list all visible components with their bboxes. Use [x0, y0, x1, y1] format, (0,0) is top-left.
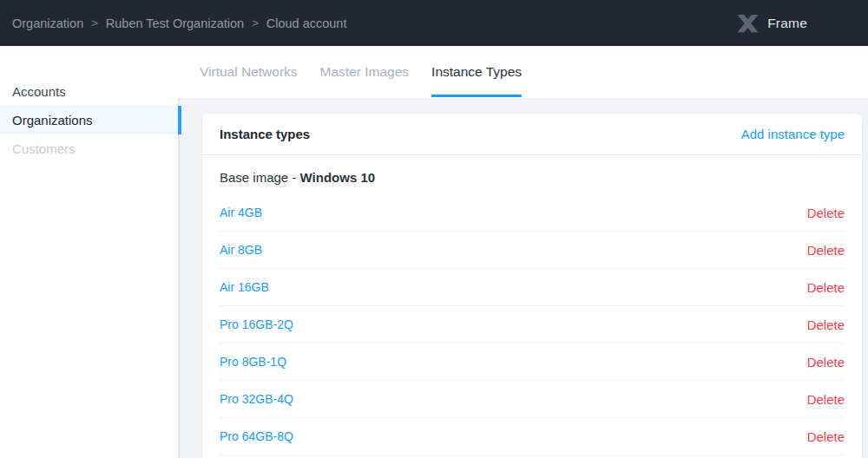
table-row: Pro 32GB-4Q Delete: [220, 381, 845, 418]
table-row: Air 8GB Delete: [220, 232, 845, 269]
table-row: Air 4GB Delete: [220, 194, 845, 232]
delete-button[interactable]: Delete: [807, 355, 845, 370]
base-image-prefix: Base image -: [220, 170, 300, 185]
breadcrumb-cloud-account[interactable]: Cloud account: [266, 16, 347, 30]
card-body: Base image - Windows 10 Air 4GB Delete A…: [202, 155, 862, 455]
table-row: Pro 64GB-8Q Delete: [220, 418, 845, 455]
sidebar-item-organizations[interactable]: Organizations: [0, 106, 178, 134]
instance-type-link[interactable]: Air 8GB: [220, 243, 262, 257]
tab-master-images[interactable]: Master Images: [320, 46, 410, 98]
delete-button[interactable]: Delete: [807, 243, 845, 258]
sidebar-item-accounts[interactable]: Accounts: [0, 77, 178, 106]
delete-button[interactable]: Delete: [807, 429, 845, 444]
base-image-heading: Base image - Windows 10: [220, 170, 845, 185]
instance-type-list: Air 4GB Delete Air 8GB Delete Air 16GB D…: [220, 194, 845, 455]
breadcrumb-separator: >: [91, 16, 98, 29]
table-row: Air 16GB Delete: [220, 269, 845, 306]
sidebar-item-customers[interactable]: Customers: [0, 134, 178, 163]
tab-instance-types[interactable]: Instance Types: [431, 46, 522, 98]
main-area: Virtual Networks Master Images Instance …: [178, 46, 868, 458]
app-header: Organization > Ruben Test Organization >…: [0, 0, 868, 46]
instance-type-link[interactable]: Air 16GB: [220, 280, 269, 294]
breadcrumb-ruben-test-organization[interactable]: Ruben Test Organization: [106, 16, 244, 30]
app-body: Accounts Organizations Customers Virtual…: [0, 46, 868, 458]
base-image-name: Windows 10: [300, 170, 376, 185]
content-area: Instance types Add instance type Base im…: [178, 98, 868, 458]
delete-button[interactable]: Delete: [807, 280, 845, 295]
table-row: Pro 8GB-1Q Delete: [220, 344, 845, 381]
breadcrumb: Organization > Ruben Test Organization >…: [12, 16, 346, 30]
brand-name: Frame: [767, 16, 807, 31]
breadcrumb-separator: >: [252, 16, 259, 29]
tab-virtual-networks[interactable]: Virtual Networks: [200, 46, 298, 98]
breadcrumb-organization[interactable]: Organization: [12, 16, 83, 30]
card-header: Instance types Add instance type: [202, 114, 862, 155]
delete-button[interactable]: Delete: [807, 392, 845, 407]
delete-button[interactable]: Delete: [807, 206, 845, 220]
instance-type-link[interactable]: Air 4GB: [220, 206, 262, 219]
sidebar: Accounts Organizations Customers: [0, 46, 178, 458]
instance-type-link[interactable]: Pro 16GB-2Q: [220, 317, 293, 331]
add-instance-type-link[interactable]: Add instance type: [741, 127, 845, 141]
tab-bar: Virtual Networks Master Images Instance …: [178, 46, 868, 98]
card-title: Instance types: [220, 127, 310, 141]
instance-types-card: Instance types Add instance type Base im…: [202, 114, 862, 458]
instance-type-link[interactable]: Pro 32GB-4Q: [220, 392, 293, 406]
instance-type-link[interactable]: Pro 64GB-8Q: [220, 429, 293, 443]
instance-type-link[interactable]: Pro 8GB-1Q: [220, 355, 286, 369]
table-row: Pro 16GB-2Q Delete: [220, 306, 845, 344]
delete-button[interactable]: Delete: [807, 317, 845, 332]
frame-x-icon: [736, 13, 760, 34]
brand: Frame: [736, 13, 807, 34]
